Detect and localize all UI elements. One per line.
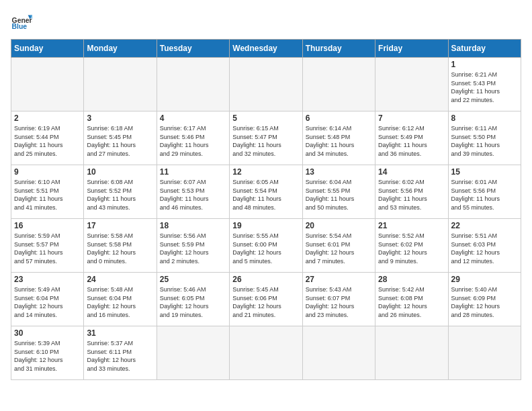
day-number: 30 [14, 328, 81, 338]
calendar-cell: 22Sunrise: 5:51 AM Sunset: 6:03 PM Dayli… [448, 219, 521, 273]
weekday-friday: Friday [375, 40, 448, 58]
day-number: 24 [87, 275, 153, 284]
day-info: Sunrise: 5:48 AM Sunset: 6:04 PM Dayligh… [87, 285, 153, 319]
calendar-week-5: 23Sunrise: 5:49 AM Sunset: 6:04 PM Dayli… [11, 273, 521, 326]
day-number: 14 [378, 167, 445, 177]
calendar-table: SundayMondayTuesdayWednesdayThursdayFrid… [11, 39, 521, 380]
calendar-cell: 19Sunrise: 5:55 AM Sunset: 6:00 PM Dayli… [230, 219, 302, 273]
calendar-cell: 1Sunrise: 6:21 AM Sunset: 5:43 PM Daylig… [448, 58, 521, 111]
day-info: Sunrise: 6:05 AM Sunset: 5:54 PM Dayligh… [232, 178, 299, 212]
calendar-cell [302, 326, 375, 380]
calendar-week-1: 1Sunrise: 6:21 AM Sunset: 5:43 PM Daylig… [11, 58, 521, 111]
calendar-cell: 26Sunrise: 5:45 AM Sunset: 6:06 PM Dayli… [230, 273, 302, 326]
day-number: 11 [160, 167, 226, 177]
calendar-cell: 10Sunrise: 6:08 AM Sunset: 5:52 PM Dayli… [84, 165, 157, 219]
calendar-cell: 11Sunrise: 6:07 AM Sunset: 5:53 PM Dayli… [157, 165, 229, 219]
day-number: 28 [378, 275, 445, 284]
logo: General Blue [11, 11, 32, 32]
day-info: Sunrise: 5:46 AM Sunset: 6:05 PM Dayligh… [160, 285, 226, 319]
calendar-cell: 23Sunrise: 5:49 AM Sunset: 6:04 PM Dayli… [11, 273, 84, 326]
calendar-cell [157, 326, 229, 380]
day-number: 27 [306, 275, 372, 284]
day-info: Sunrise: 5:55 AM Sunset: 6:00 PM Dayligh… [232, 232, 299, 265]
day-info: Sunrise: 5:52 AM Sunset: 6:02 PM Dayligh… [378, 232, 445, 265]
calendar-cell: 28Sunrise: 5:42 AM Sunset: 6:08 PM Dayli… [375, 273, 448, 326]
calendar-cell [230, 58, 302, 111]
day-info: Sunrise: 5:49 AM Sunset: 6:04 PM Dayligh… [14, 285, 81, 319]
day-info: Sunrise: 5:51 AM Sunset: 6:03 PM Dayligh… [451, 232, 518, 265]
weekday-tuesday: Tuesday [157, 40, 229, 58]
calendar-cell [84, 58, 157, 111]
calendar-cell [230, 326, 302, 380]
svg-text:Blue: Blue [12, 23, 28, 30]
day-number: 26 [232, 275, 299, 284]
day-number: 20 [306, 221, 372, 230]
day-info: Sunrise: 5:56 AM Sunset: 5:59 PM Dayligh… [160, 232, 226, 265]
day-number: 21 [378, 221, 445, 230]
day-number: 3 [87, 113, 153, 123]
calendar-week-6: 30Sunrise: 5:39 AM Sunset: 6:10 PM Dayli… [11, 326, 521, 380]
day-number: 16 [14, 221, 81, 230]
day-info: Sunrise: 6:21 AM Sunset: 5:43 PM Dayligh… [451, 71, 518, 104]
calendar-cell [157, 58, 229, 111]
day-number: 17 [87, 221, 153, 230]
weekday-sunday: Sunday [11, 40, 84, 58]
calendar-cell: 2Sunrise: 6:19 AM Sunset: 5:44 PM Daylig… [11, 111, 84, 165]
day-number: 22 [451, 221, 518, 230]
calendar-cell: 16Sunrise: 5:59 AM Sunset: 5:57 PM Dayli… [11, 219, 84, 273]
day-number: 19 [232, 221, 299, 230]
day-info: Sunrise: 6:12 AM Sunset: 5:49 PM Dayligh… [378, 124, 445, 158]
calendar-cell: 31Sunrise: 5:37 AM Sunset: 6:11 PM Dayli… [84, 326, 157, 380]
day-number: 8 [451, 113, 518, 123]
day-info: Sunrise: 5:59 AM Sunset: 5:57 PM Dayligh… [14, 232, 81, 265]
day-number: 12 [232, 167, 299, 177]
day-info: Sunrise: 5:39 AM Sunset: 6:10 PM Dayligh… [14, 339, 81, 373]
day-info: Sunrise: 5:58 AM Sunset: 5:58 PM Dayligh… [87, 232, 153, 265]
day-number: 7 [378, 113, 445, 123]
calendar-cell [11, 58, 84, 111]
calendar-cell: 25Sunrise: 5:46 AM Sunset: 6:05 PM Dayli… [157, 273, 229, 326]
day-number: 4 [160, 113, 226, 123]
day-info: Sunrise: 6:14 AM Sunset: 5:48 PM Dayligh… [306, 124, 372, 158]
day-info: Sunrise: 6:19 AM Sunset: 5:44 PM Dayligh… [14, 124, 81, 158]
calendar-cell [448, 326, 521, 380]
weekday-wednesday: Wednesday [230, 40, 302, 58]
weekday-monday: Monday [84, 40, 157, 58]
day-number: 9 [14, 167, 81, 177]
calendar-cell: 24Sunrise: 5:48 AM Sunset: 6:04 PM Dayli… [84, 273, 157, 326]
day-number: 31 [87, 328, 153, 338]
day-number: 2 [14, 113, 81, 123]
day-number: 6 [306, 113, 372, 123]
calendar-cell: 9Sunrise: 6:10 AM Sunset: 5:51 PM Daylig… [11, 165, 84, 219]
day-number: 10 [87, 167, 153, 177]
calendar-cell: 6Sunrise: 6:14 AM Sunset: 5:48 PM Daylig… [302, 111, 375, 165]
day-info: Sunrise: 6:15 AM Sunset: 5:47 PM Dayligh… [232, 124, 299, 158]
day-number: 5 [232, 113, 299, 123]
day-number: 15 [451, 167, 518, 177]
calendar-cell [375, 326, 448, 380]
calendar-cell: 8Sunrise: 6:11 AM Sunset: 5:50 PM Daylig… [448, 111, 521, 165]
day-info: Sunrise: 6:01 AM Sunset: 5:56 PM Dayligh… [451, 178, 518, 212]
day-info: Sunrise: 5:54 AM Sunset: 6:01 PM Dayligh… [306, 232, 372, 265]
weekday-thursday: Thursday [302, 40, 375, 58]
weekday-header-row: SundayMondayTuesdayWednesdayThursdayFrid… [11, 40, 521, 58]
calendar-cell: 17Sunrise: 5:58 AM Sunset: 5:58 PM Dayli… [84, 219, 157, 273]
day-info: Sunrise: 6:18 AM Sunset: 5:45 PM Dayligh… [87, 124, 153, 158]
day-info: Sunrise: 6:04 AM Sunset: 5:55 PM Dayligh… [306, 178, 372, 212]
calendar-cell: 13Sunrise: 6:04 AM Sunset: 5:55 PM Dayli… [302, 165, 375, 219]
calendar-cell: 18Sunrise: 5:56 AM Sunset: 5:59 PM Dayli… [157, 219, 229, 273]
calendar-cell: 4Sunrise: 6:17 AM Sunset: 5:46 PM Daylig… [157, 111, 229, 165]
calendar-cell: 14Sunrise: 6:02 AM Sunset: 5:56 PM Dayli… [375, 165, 448, 219]
calendar-week-3: 9Sunrise: 6:10 AM Sunset: 5:51 PM Daylig… [11, 165, 521, 219]
calendar-cell: 3Sunrise: 6:18 AM Sunset: 5:45 PM Daylig… [84, 111, 157, 165]
day-number: 29 [451, 275, 518, 284]
day-info: Sunrise: 6:17 AM Sunset: 5:46 PM Dayligh… [160, 124, 226, 158]
logo-icon: General Blue [11, 11, 32, 32]
day-number: 1 [451, 60, 518, 69]
calendar-cell: 7Sunrise: 6:12 AM Sunset: 5:49 PM Daylig… [375, 111, 448, 165]
day-info: Sunrise: 6:07 AM Sunset: 5:53 PM Dayligh… [160, 178, 226, 212]
day-info: Sunrise: 6:08 AM Sunset: 5:52 PM Dayligh… [87, 178, 153, 212]
day-info: Sunrise: 6:02 AM Sunset: 5:56 PM Dayligh… [378, 178, 445, 212]
page-header: General Blue [11, 11, 521, 32]
day-info: Sunrise: 5:42 AM Sunset: 6:08 PM Dayligh… [378, 285, 445, 319]
